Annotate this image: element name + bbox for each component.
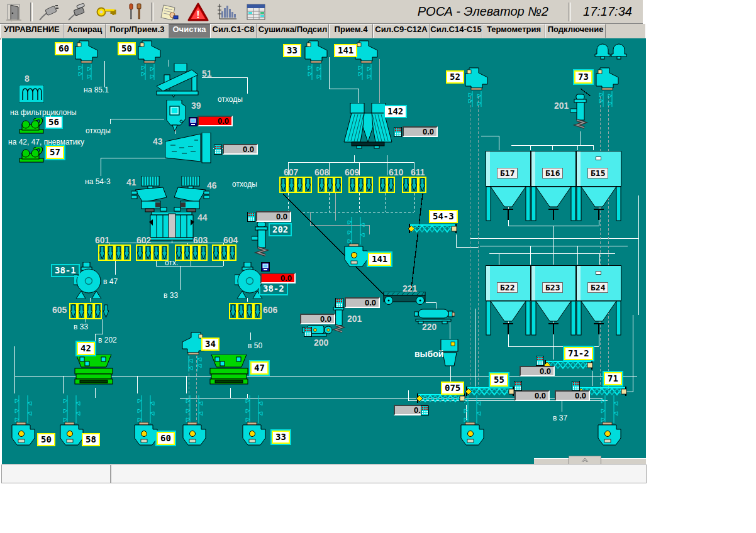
elevator-boot-icon[interactable] xyxy=(460,394,485,448)
flow-display[interactable]: 0.0 xyxy=(403,126,438,137)
plug-cable-icon[interactable] xyxy=(34,1,63,22)
gate-group-608[interactable] xyxy=(318,177,342,193)
trend-chart-icon[interactable] xyxy=(213,1,242,22)
tab-upravlenie[interactable]: УПРАВЛЕНИЕ xyxy=(0,24,64,38)
gate-group-601[interactable] xyxy=(98,245,131,261)
tab-sushilka[interactable]: Сушилка/Подсил xyxy=(257,24,329,38)
keypad-icon[interactable] xyxy=(304,327,312,337)
screw-feeder-202-icon[interactable] xyxy=(252,221,270,259)
gate-group-605[interactable] xyxy=(69,303,110,319)
flow-display[interactable]: 0.0 xyxy=(260,273,296,283)
unit-tag-33[interactable]: 33 xyxy=(283,44,301,57)
tab-podklyuchenie[interactable]: Подключение xyxy=(545,24,606,38)
unit-tag-71[interactable]: 71 xyxy=(604,372,622,385)
gate-group-610[interactable] xyxy=(379,177,395,193)
keypad-icon[interactable] xyxy=(536,356,544,366)
scroll-collapse-tab[interactable] xyxy=(569,456,601,464)
unit-tag-52[interactable]: 52 xyxy=(446,70,464,84)
elevator-boot-50-icon[interactable] xyxy=(11,394,36,448)
flow-display[interactable]: 0.0 xyxy=(555,390,590,401)
keypad-icon[interactable] xyxy=(394,127,402,137)
unit-tag-075[interactable]: 075 xyxy=(441,382,464,395)
unit-tag-42[interactable]: 42 xyxy=(77,342,95,355)
tab-sil-c1-c8[interactable]: Сил.С1-С8 xyxy=(210,24,257,38)
unit-tag-141m[interactable]: 141 xyxy=(368,253,391,266)
exit-door-icon[interactable] xyxy=(0,1,29,22)
keypad-icon[interactable] xyxy=(247,212,255,222)
keypad-icon[interactable] xyxy=(421,405,429,415)
gate-group-607[interactable] xyxy=(279,177,312,193)
tab-ochistka[interactable]: Очистка xyxy=(169,24,210,38)
tab-sil-c14-c15[interactable]: Сил.С14-С15 xyxy=(430,24,482,38)
device-status-icon[interactable] xyxy=(189,117,197,126)
cyclone-39-icon[interactable] xyxy=(162,100,188,133)
data-table-icon[interactable] xyxy=(242,1,270,22)
keypad-icon[interactable] xyxy=(514,381,522,391)
screw-conveyor-54-3-icon[interactable] xyxy=(408,223,457,234)
gate-group-609[interactable] xyxy=(348,177,373,193)
gate-group-606[interactable] xyxy=(229,303,262,319)
aspiration-filter-8-icon[interactable] xyxy=(19,85,44,102)
unit-tag-60[interactable]: 60 xyxy=(55,42,73,55)
alarm-triangle-icon[interactable]: ! xyxy=(184,1,213,22)
separator-44-icon[interactable] xyxy=(149,212,194,241)
keypad-icon[interactable] xyxy=(214,145,222,155)
elevator-head-60-icon[interactable] xyxy=(75,40,99,81)
unit-tag-50b[interactable]: 50 xyxy=(37,433,55,446)
elevator-boot-58-icon[interactable] xyxy=(59,394,84,448)
separator-46-icon[interactable] xyxy=(170,176,209,214)
flow-display[interactable]: 0.0 xyxy=(223,144,258,155)
flow-display[interactable]: 0.0 xyxy=(345,297,380,308)
unit-tag-34[interactable]: 34 xyxy=(201,338,220,351)
device-status-icon[interactable] xyxy=(261,262,270,272)
gate-group-602[interactable] xyxy=(136,245,169,261)
unit-tag-38-1[interactable]: 38-1 xyxy=(51,264,80,277)
unit-tag-71-2[interactable]: 71-2 xyxy=(564,347,593,360)
unit-tag-55[interactable]: 55 xyxy=(490,373,508,387)
green-blower-57-icon[interactable] xyxy=(18,147,47,163)
keypad-icon[interactable] xyxy=(572,381,580,391)
unit-tag-73[interactable]: 73 xyxy=(574,70,592,84)
flow-display[interactable]: 0.0 xyxy=(300,314,335,324)
elevator-boot-33-icon[interactable] xyxy=(242,394,267,448)
unit-tag-142[interactable]: 142 xyxy=(384,105,407,118)
unit-tag-56[interactable]: 56 xyxy=(45,116,63,129)
elevator-boot-icon[interactable] xyxy=(597,394,622,448)
unit-tag-57[interactable]: 57 xyxy=(46,146,64,159)
tab-termometriya[interactable]: Термометрия xyxy=(482,24,545,38)
unit-tag-38-2[interactable]: 38-2 xyxy=(259,282,288,295)
screw-feeder-201r-icon[interactable] xyxy=(570,93,589,132)
report-hand-icon[interactable] xyxy=(155,1,184,22)
green-blower-56-icon[interactable] xyxy=(18,118,47,135)
scale-weigher-47-icon[interactable] xyxy=(209,354,249,388)
tab-aspirac[interactable]: Аспирац xyxy=(64,24,106,38)
elevator-head-52-icon[interactable] xyxy=(465,67,489,108)
tab-sil-c9-c12a[interactable]: Сил.С9-С12А xyxy=(373,24,430,38)
tab-pogr-priem3[interactable]: Погр/Прием.3 xyxy=(106,24,169,38)
unit-tag-33b[interactable]: 33 xyxy=(272,431,290,444)
flow-display[interactable]: 0.0 xyxy=(520,366,555,376)
unit-tag-202[interactable]: 202 xyxy=(269,223,292,236)
elevator-head-141-icon[interactable] xyxy=(355,40,379,81)
unit-tag-54-3[interactable]: 54-3 xyxy=(429,210,458,223)
serial-port-icon[interactable] xyxy=(63,1,92,22)
gate-group-611[interactable] xyxy=(402,177,426,193)
screen-machine-43-icon[interactable] xyxy=(165,133,214,164)
key-icon[interactable] xyxy=(92,1,121,22)
elevator-head-73-icon[interactable] xyxy=(596,67,620,108)
tab-priem4[interactable]: Прием.4 xyxy=(329,24,373,38)
belt-conveyor-221-icon[interactable] xyxy=(382,292,426,305)
flow-display[interactable]: 0.0 xyxy=(256,211,291,222)
elevator-head-33-icon[interactable] xyxy=(304,40,328,81)
keypad-icon[interactable] xyxy=(335,298,343,308)
gate-group-603[interactable] xyxy=(175,245,208,261)
scale-weigher-42-icon[interactable] xyxy=(74,354,114,388)
elevator-boot-60-icon[interactable] xyxy=(133,394,158,448)
elevator-boot-141-icon[interactable] xyxy=(343,216,369,270)
gate-group-604[interactable] xyxy=(212,245,236,261)
elevator-boot-icon[interactable] xyxy=(182,394,207,448)
unit-tag-47[interactable]: 47 xyxy=(250,361,269,375)
unit-tag-60b[interactable]: 60 xyxy=(157,432,175,445)
unit-tag-58[interactable]: 58 xyxy=(82,433,100,446)
unit-tag-141[interactable]: 141 xyxy=(334,44,357,57)
